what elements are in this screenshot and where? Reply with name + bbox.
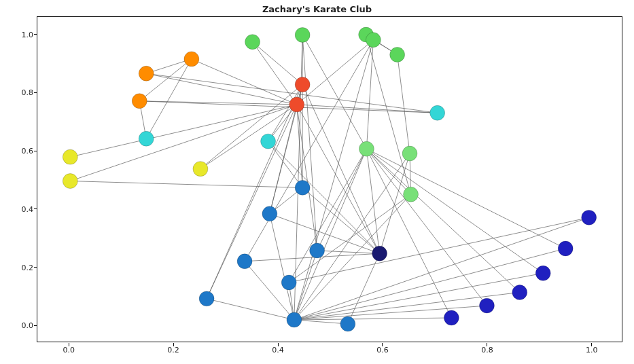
chart-title: Zachary's Karate Club <box>0 4 634 14</box>
node <box>366 33 381 48</box>
edge <box>302 35 317 251</box>
edge <box>366 35 411 194</box>
edge <box>200 105 297 169</box>
edge <box>207 84 302 298</box>
x-tick-label: 0.2 <box>167 346 179 354</box>
node <box>535 266 550 280</box>
node <box>372 246 387 261</box>
y-tick-label: 0.4 <box>6 204 33 213</box>
node <box>193 162 208 177</box>
edge <box>297 105 380 253</box>
y-tick-mark <box>34 267 37 268</box>
edge <box>297 105 438 113</box>
edge <box>317 149 367 251</box>
x-tick-label: 0.4 <box>272 346 284 354</box>
edge <box>366 149 379 253</box>
node <box>480 298 495 313</box>
node <box>404 187 419 202</box>
edge <box>294 249 565 320</box>
network-plot <box>37 17 622 342</box>
node <box>310 243 325 258</box>
x-tick-label: 0.8 <box>481 346 493 354</box>
edge <box>294 320 348 324</box>
edge <box>366 40 373 149</box>
x-tick-label: 0.0 <box>63 346 75 354</box>
node <box>237 254 252 269</box>
edge <box>294 273 543 320</box>
edge <box>366 149 487 306</box>
node <box>139 131 154 146</box>
node <box>295 180 310 195</box>
node <box>340 316 355 331</box>
edge <box>70 105 296 157</box>
node <box>287 312 302 327</box>
y-tick-mark <box>34 92 37 93</box>
node <box>262 206 277 221</box>
node <box>281 275 296 290</box>
node <box>199 291 214 306</box>
edge <box>245 261 294 320</box>
y-tick-mark <box>34 151 37 151</box>
y-tick-mark <box>34 208 37 209</box>
y-tick-mark <box>34 325 37 326</box>
axes-frame: 0.00.20.40.60.81.00.00.20.40.60.81.0 <box>37 16 622 342</box>
y-tick-label: 0.2 <box>6 263 33 272</box>
y-tick-label: 0.0 <box>6 321 33 330</box>
edge <box>253 42 303 85</box>
node <box>295 28 310 43</box>
node <box>512 285 527 299</box>
node <box>289 97 304 112</box>
edge <box>270 214 294 320</box>
node <box>359 141 374 156</box>
edge <box>268 141 303 187</box>
edge <box>294 251 317 320</box>
edge <box>200 84 302 168</box>
node <box>295 77 310 92</box>
y-tick-label: 0.6 <box>6 147 33 156</box>
y-tick-label: 1.0 <box>6 30 33 39</box>
edge <box>70 181 302 188</box>
nodes-group <box>63 27 596 331</box>
edge <box>366 149 543 273</box>
edge <box>146 73 296 105</box>
edge <box>207 299 294 320</box>
node <box>444 310 459 325</box>
x-tick-label: 1.0 <box>586 346 598 354</box>
edge <box>398 54 410 153</box>
node <box>390 48 405 62</box>
node <box>402 146 417 161</box>
y-tick-mark <box>34 34 37 35</box>
node <box>582 210 597 225</box>
node <box>558 241 573 256</box>
node <box>261 134 276 149</box>
x-tick-label: 0.6 <box>376 346 389 354</box>
node <box>245 35 260 50</box>
node <box>63 174 77 189</box>
node <box>430 105 445 120</box>
figure: Zachary's Karate Club 0.00.20.40.60.81.0… <box>0 0 634 364</box>
node <box>184 52 199 67</box>
node <box>139 66 154 81</box>
node <box>132 94 147 109</box>
edge <box>289 149 366 283</box>
y-tick-label: 0.8 <box>6 88 33 97</box>
node <box>63 149 77 164</box>
edge <box>317 251 380 253</box>
edge <box>297 40 374 105</box>
